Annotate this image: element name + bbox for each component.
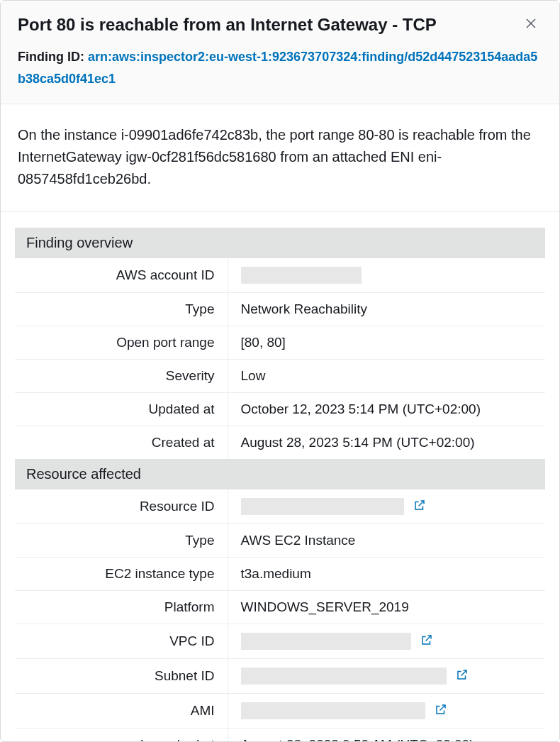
finding-title: Port 80 is reachable from an Internet Ga… xyxy=(18,13,520,35)
label-resource-id: Resource ID xyxy=(15,489,228,524)
section-header-overview: Finding overview xyxy=(15,228,545,258)
resource-id-link[interactable] xyxy=(412,499,427,514)
title-row: Port 80 is reachable from an Internet Ga… xyxy=(18,13,542,36)
label-platform: Platform xyxy=(15,591,228,624)
value-port-range: [80, 80] xyxy=(228,326,545,360)
row-ami: AMI xyxy=(15,694,545,729)
row-instance-type: EC2 instance type t3a.medium xyxy=(15,558,545,591)
label-launched-at: Launched at xyxy=(15,729,228,741)
row-launched-at: Launched at August 28, 2023 9:52 AM (UTC… xyxy=(15,729,545,741)
close-icon xyxy=(525,17,537,33)
close-button[interactable] xyxy=(520,13,542,36)
value-type: Network Reachability xyxy=(228,293,545,326)
label-type: Type xyxy=(15,293,228,326)
value-instance-type: t3a.medium xyxy=(228,558,545,591)
row-vpc-id: VPC ID xyxy=(15,624,545,659)
label-resource-type: Type xyxy=(15,524,228,558)
row-updated-at: Updated at October 12, 2023 5:14 PM (UTC… xyxy=(15,393,545,426)
section-header-resource: Resource affected xyxy=(15,459,545,489)
value-aws-account-id-redacted xyxy=(241,267,362,284)
external-link-icon xyxy=(435,703,447,719)
label-port-range: Open port range xyxy=(15,326,228,360)
value-severity: Low xyxy=(228,360,545,393)
row-severity: Severity Low xyxy=(15,360,545,393)
finding-id-row: Finding ID: arn:aws:inspector2:eu-west-1… xyxy=(18,46,542,89)
panel-header: Port 80 is reachable from an Internet Ga… xyxy=(1,1,559,104)
label-ami: AMI xyxy=(15,694,228,729)
label-aws-account-id: AWS account ID xyxy=(15,258,228,293)
row-created-at: Created at August 28, 2023 5:14 PM (UTC+… xyxy=(15,426,545,460)
value-ami-redacted xyxy=(241,702,425,719)
label-vpc-id: VPC ID xyxy=(15,624,228,659)
external-link-icon xyxy=(456,668,469,685)
overview-table: AWS account ID Type Network Reachability… xyxy=(15,258,545,459)
label-created-at: Created at xyxy=(15,426,228,460)
subnet-id-link[interactable] xyxy=(454,668,470,684)
row-platform: Platform WINDOWS_SERVER_2019 xyxy=(15,591,545,624)
label-subnet-id: Subnet ID xyxy=(15,659,228,694)
row-subnet-id: Subnet ID xyxy=(15,659,545,694)
finding-detail-panel: Port 80 is reachable from an Internet Ga… xyxy=(0,0,560,742)
finding-description: On the instance i-09901ad6fe742c83b, the… xyxy=(1,104,559,212)
value-launched-at: August 28, 2023 9:52 AM (UTC+02:00) xyxy=(228,729,545,741)
row-type: Type Network Reachability xyxy=(15,293,545,326)
resource-table: Resource ID Type AWS EC2 Instance EC2 in… xyxy=(15,489,545,741)
row-resource-id: Resource ID xyxy=(15,489,545,524)
external-link-icon xyxy=(413,499,426,515)
value-vpc-id-redacted xyxy=(241,633,411,650)
value-resource-type: AWS EC2 Instance xyxy=(228,524,545,558)
row-aws-account-id: AWS account ID xyxy=(15,258,545,293)
value-resource-id-redacted xyxy=(241,498,404,515)
panel-content: Finding overview AWS account ID Type Net… xyxy=(1,212,559,741)
row-port-range: Open port range [80, 80] xyxy=(15,326,545,360)
label-instance-type: EC2 instance type xyxy=(15,558,228,591)
value-created-at: August 28, 2023 5:14 PM (UTC+02:00) xyxy=(228,426,545,460)
vpc-id-link[interactable] xyxy=(419,633,435,649)
label-severity: Severity xyxy=(15,360,228,393)
label-updated-at: Updated at xyxy=(15,393,228,426)
value-subnet-id-redacted xyxy=(241,668,447,685)
finding-id-label: Finding ID: xyxy=(18,50,84,64)
row-resource-type: Type AWS EC2 Instance xyxy=(15,524,545,558)
ami-link[interactable] xyxy=(433,703,449,719)
finding-id-link[interactable]: arn:aws:inspector2:eu-west-1:92367370732… xyxy=(18,50,537,86)
value-platform: WINDOWS_SERVER_2019 xyxy=(228,591,545,624)
external-link-icon xyxy=(420,633,433,650)
value-updated-at: October 12, 2023 5:14 PM (UTC+02:00) xyxy=(228,393,545,426)
